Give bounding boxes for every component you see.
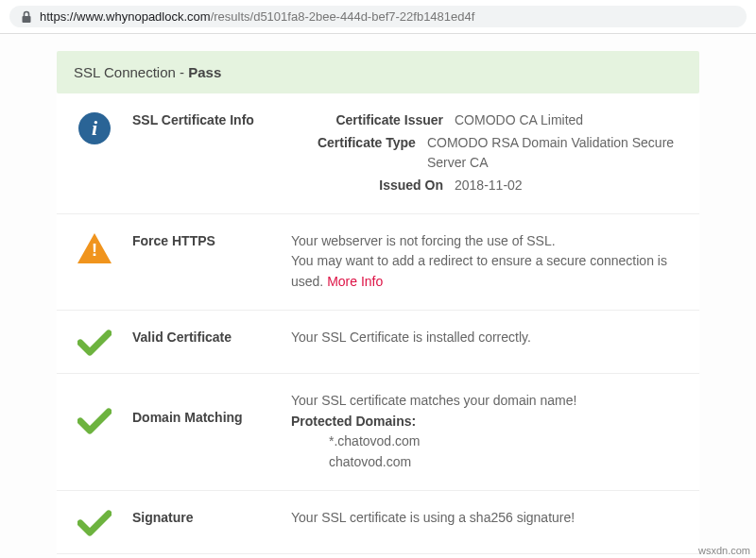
url-field[interactable]: https://www.whynopadlock.com/results/d51… bbox=[9, 6, 747, 27]
row-domain-matching: Domain Matching Your SSL certificate mat… bbox=[57, 374, 699, 491]
check-icon bbox=[77, 408, 112, 434]
info-icon: i bbox=[78, 112, 111, 144]
browser-address-bar: https://www.whynopadlock.com/results/d51… bbox=[0, 0, 756, 34]
warning-icon bbox=[77, 233, 112, 263]
cert-info-kv: Certificate IssuerCOMODO CA Limited Cert… bbox=[291, 110, 682, 196]
status-value: Pass bbox=[188, 64, 221, 80]
valid-cert-text: Your SSL Certificate is installed correc… bbox=[291, 328, 682, 348]
signature-text: Your SSL certificate is using a sha256 s… bbox=[291, 508, 682, 529]
protected-domain: *.chatovod.com bbox=[329, 431, 682, 452]
url-text: https://www.whynopadlock.com/results/d51… bbox=[40, 9, 474, 24]
row-valid-cert: Valid Certificate Your SSL Certificate i… bbox=[57, 311, 699, 374]
svg-rect-0 bbox=[23, 16, 31, 23]
domain-matching-label: Domain Matching bbox=[132, 391, 274, 425]
cert-info-label: SSL Certificate Info bbox=[132, 110, 274, 127]
row-signature: Signature Your SSL certificate is using … bbox=[57, 491, 699, 554]
page-content: SSL Connection - Pass i SSL Certificate … bbox=[0, 34, 756, 558]
row-expiration: Expiration Date Your SSL certificate is … bbox=[57, 554, 699, 558]
signature-label: Signature bbox=[132, 508, 274, 525]
more-info-link[interactable]: More Info bbox=[327, 274, 383, 289]
domain-matching-text: Your SSL certificate matches your domain… bbox=[291, 391, 682, 473]
results-card: i SSL Certificate Info Certificate Issue… bbox=[57, 93, 699, 558]
row-force-https: Force HTTPS Your webserver is not forcin… bbox=[57, 214, 699, 311]
status-label: SSL Connection - bbox=[74, 64, 188, 80]
force-https-label: Force HTTPS bbox=[132, 231, 274, 248]
check-icon bbox=[77, 330, 112, 356]
row-cert-info: i SSL Certificate Info Certificate Issue… bbox=[57, 93, 699, 214]
valid-cert-label: Valid Certificate bbox=[132, 328, 274, 345]
lock-icon bbox=[21, 10, 32, 24]
watermark: wsxdn.com bbox=[698, 545, 750, 556]
protected-domain: chatovod.com bbox=[329, 452, 682, 473]
check-icon bbox=[77, 510, 112, 536]
ssl-status-header: SSL Connection - Pass bbox=[57, 51, 699, 93]
force-https-text: Your webserver is not forcing the use of… bbox=[291, 231, 682, 293]
